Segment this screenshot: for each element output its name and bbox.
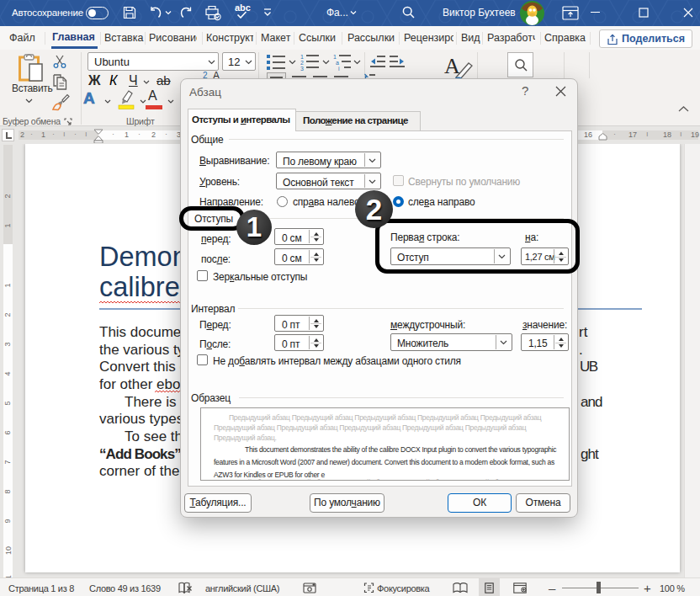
svg-text:3: 3 <box>300 66 304 71</box>
svg-text:1: 1 <box>300 54 304 60</box>
svg-text:i: i <box>338 66 340 71</box>
svg-text:a: a <box>336 60 339 66</box>
svg-text:2: 2 <box>300 60 304 66</box>
svg-text:1: 1 <box>333 54 337 60</box>
